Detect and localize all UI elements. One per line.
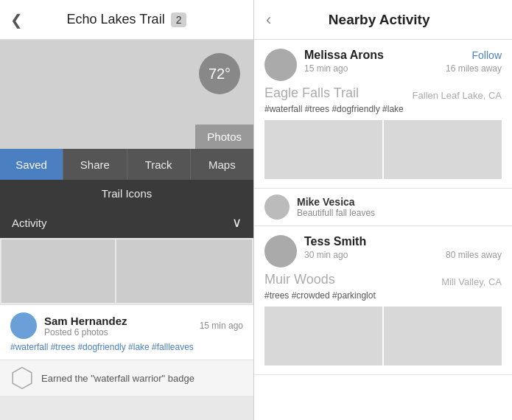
post-username: Sam Hernandez [44,315,192,327]
tab-maps[interactable]: Maps [191,149,253,180]
tab-share[interactable]: Share [63,149,127,180]
tess-trail-name: Muir Woods [264,272,335,287]
activity-image-1 [1,239,115,303]
hexagon-icon [10,366,34,390]
back-button[interactable]: ‹ [266,10,271,29]
trail-icons-bar[interactable]: Trail Icons [0,180,253,207]
activity-chevron-icon: ∨ [232,214,242,231]
tess-user-info: Tess Smith 30 min ago 80 miles away [304,235,502,260]
post-avatar [10,312,37,339]
trail-badge: 2 [171,13,187,27]
mike-username: Mike Vesica [297,196,502,208]
melissa-tags: #waterfall #trees #dogfriendly #lake [264,104,502,114]
tess-location: Mill Valley, CA [441,276,502,287]
melissa-image-1 [264,120,382,179]
post-user-info: Sam Hernandez Posted 6 photos [44,315,192,337]
tess-user-row: Tess Smith [304,235,502,248]
badge-text: Earned the "waterfall warrior" badge [41,373,194,384]
trail-image-area: 72° Photos [0,40,253,149]
melissa-avatar [264,49,297,81]
tab-bar: Saved Share Track Maps [0,149,253,180]
activity-header[interactable]: Activity ∨ [0,207,253,238]
post-time: 15 min ago [200,321,243,331]
tess-distance: 80 miles away [446,250,502,260]
melissa-trail-name: Eagle Falls Trail [264,85,359,101]
melissa-image-2 [384,120,502,179]
mike-avatar [264,195,290,220]
photos-button[interactable]: Photos [195,125,253,149]
tess-tags: #trees #crowded #parkinglot [264,290,502,301]
mike-comment-info: Mike Vesica Beautifull fall leaves [297,196,502,218]
melissa-images [264,120,502,179]
melissa-follow-button[interactable]: Follow [472,49,502,61]
tess-image-1 [264,307,382,365]
tess-image-2 [384,307,502,365]
tess-username: Tess Smith [304,235,366,248]
tab-track[interactable]: Track [127,149,191,180]
nearby-item-tess: Tess Smith 30 min ago 80 miles away Muir… [254,226,512,375]
mike-comment-text: Beautifull fall leaves [297,208,502,218]
nearby-comment-mike: Mike Vesica Beautifull fall leaves [254,189,512,226]
melissa-user-row: Melissa Arons Follow [304,49,502,62]
tess-images [264,307,502,365]
nearby-item-melissa: Melissa Arons Follow 15 min ago 16 miles… [254,40,512,189]
post-tags: #waterfall #trees #dogfriendly #lake #fa… [10,342,243,352]
post-header: Sam Hernandez Posted 6 photos 15 min ago [10,312,243,339]
trail-title: Echo Lakes Trail [67,12,165,27]
tess-time: 30 min ago [304,250,348,260]
melissa-time: 15 min ago [304,63,348,74]
temperature-badge: 72° [199,53,240,94]
melissa-trail-row: Eagle Falls Trail Fallen Leaf Lake, CA [264,85,502,101]
badge-row: Earned the "waterfall warrior" badge [0,360,253,396]
right-panel: ‹ Nearby Activity Melissa Arons Follow 1… [254,0,512,420]
tess-meta: 30 min ago 80 miles away [304,250,502,260]
tess-trail-row: Muir Woods Mill Valley, CA [264,272,502,287]
svg-marker-0 [13,368,32,389]
activity-image-2 [116,239,252,303]
activity-label: Activity [12,217,47,229]
melissa-location: Fallen Leaf Lake, CA [413,90,502,101]
left-panel: ❮ Echo Lakes Trail 2 72° Photos Saved Sh… [0,0,254,420]
nearby-item-top-melissa: Melissa Arons Follow 15 min ago 16 miles… [264,49,502,81]
activity-content: Sam Hernandez Posted 6 photos 15 min ago… [0,238,253,420]
post-sub: Posted 6 photos [44,327,192,337]
nearby-list: Melissa Arons Follow 15 min ago 16 miles… [254,40,512,420]
melissa-meta: 15 min ago 16 miles away [304,63,502,74]
nearby-activity-title: Nearby Activity [280,12,478,28]
activity-post: Sam Hernandez Posted 6 photos 15 min ago… [0,304,253,360]
activity-images [0,238,253,304]
tab-saved[interactable]: Saved [0,149,63,180]
melissa-distance: 16 miles away [446,63,502,74]
tess-avatar [264,235,297,267]
melissa-username: Melissa Arons [304,49,384,62]
left-header: ❮ Echo Lakes Trail 2 [0,0,253,40]
melissa-user-info: Melissa Arons Follow 15 min ago 16 miles… [304,49,502,74]
nearby-item-top-tess: Tess Smith 30 min ago 80 miles away [264,235,502,267]
back-chevron-icon[interactable]: ❮ [10,11,23,29]
right-header: ‹ Nearby Activity [254,0,512,40]
